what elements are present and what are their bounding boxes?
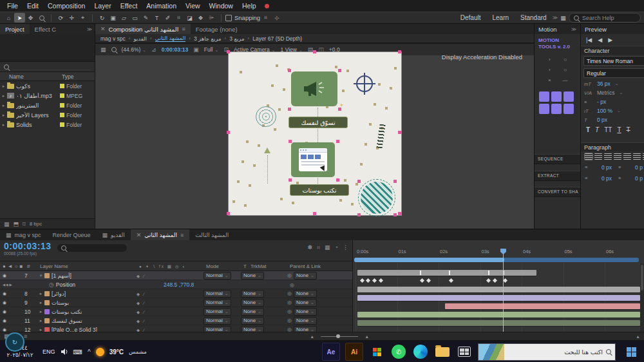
- browser-illustration[interactable]: [291, 142, 335, 177]
- parent-dropdown[interactable]: None⌄: [294, 308, 317, 316]
- zoom-in-icon[interactable]: ▲: [365, 334, 369, 339]
- pickwhip-icon[interactable]: ◎: [287, 309, 292, 314]
- workspace-grid-icon[interactable]: ▦: [558, 13, 569, 23]
- tab-scene-3[interactable]: المشهد الثالث: [189, 229, 234, 240]
- faux-italic-button[interactable]: T: [595, 126, 599, 133]
- menu-effect[interactable]: Effect: [116, 2, 142, 10]
- selection-handle[interactable]: [393, 180, 397, 183]
- twirl-icon[interactable]: ▸: [0, 93, 7, 99]
- selection-handle[interactable]: [357, 213, 361, 216]
- layer-row[interactable]: ◉ 10 ▸تكتب بوستات ◆ ∕ Normal⌄ None⌄ ◎Non…: [0, 307, 352, 316]
- align-left-button[interactable]: [585, 153, 592, 160]
- tab-footage[interactable]: Footage (none): [191, 24, 243, 34]
- weather-temperature[interactable]: 39°C: [109, 348, 124, 356]
- selection-handle[interactable]: [398, 212, 401, 215]
- selection-handle[interactable]: [398, 50, 401, 53]
- transfer-controls-icon[interactable]: ≡: [24, 333, 27, 339]
- preset-swatch[interactable]: [551, 104, 562, 114]
- hidden-icons-chevron[interactable]: ^: [88, 348, 91, 356]
- trkmat-dropdown[interactable]: None⌄: [241, 308, 264, 316]
- project-search-input[interactable]: [12, 64, 91, 70]
- clone-stamp-tool-icon[interactable]: ⌗: [173, 13, 184, 23]
- timeline-timecode[interactable]: 0:00:03:13: [4, 242, 52, 251]
- mode-dropdown[interactable]: Normal⌄: [204, 299, 231, 307]
- breadcrumb-item[interactable]: mag v spc: [100, 35, 126, 42]
- mode-dropdown[interactable]: Normal⌄: [204, 308, 231, 316]
- striped-circle-illustration[interactable]: [361, 182, 393, 214]
- twirl-icon[interactable]: ▸: [37, 318, 44, 323]
- pickwhip-icon[interactable]: ◎: [287, 318, 292, 323]
- breadcrumb-item[interactable]: الفديو: [133, 35, 146, 42]
- close-icon[interactable]: ✕: [100, 26, 106, 32]
- layer-switches[interactable]: ◆ ∕: [134, 301, 146, 305]
- app-icon-file-explorer[interactable]: [434, 343, 451, 360]
- right-indent-value[interactable]: 0 p: [635, 164, 643, 171]
- project-row[interactable]: ▸ Solids Folder: [0, 120, 95, 129]
- layer-color-chip[interactable]: [44, 291, 50, 296]
- eraser-tool-icon[interactable]: ◪: [184, 13, 195, 23]
- preset-swatch[interactable]: [564, 104, 574, 114]
- layer-color-chip[interactable]: [44, 309, 50, 314]
- posts-badge[interactable]: تكتب بوستات: [290, 184, 349, 196]
- faux-bold-button[interactable]: T: [586, 126, 590, 133]
- always-preview-icon[interactable]: ▦: [100, 46, 106, 53]
- home-icon[interactable]: ⌂: [3, 13, 14, 23]
- layer-row[interactable]: ◉ 11 ▸تسوق لنفسك ◆ ∕ Normal⌄ None⌄ ◎None…: [0, 316, 352, 325]
- column-mode[interactable]: Mode: [206, 263, 243, 269]
- pickwhip-icon[interactable]: ◎: [287, 272, 292, 278]
- tab-video[interactable]: ▦الفديو: [97, 229, 131, 240]
- mode-dropdown[interactable]: Normal⌄: [204, 272, 231, 280]
- column-name[interactable]: Name: [0, 73, 62, 80]
- spiral-illustration[interactable]: [256, 106, 276, 127]
- project-row[interactable]: ▸ كوبs Folder: [0, 81, 95, 91]
- pen-tool-icon[interactable]: ✎: [140, 13, 151, 23]
- visibility-toggle-icon[interactable]: ◉: [0, 291, 6, 296]
- breadcrumb-item-active[interactable]: المشهد الثاني: [155, 35, 186, 42]
- layer-row[interactable]: ◉ 7 ▾[أسهم 1] ◆ ∕ Normal⌄ None⌄ ◎None⌄: [0, 271, 352, 280]
- panel-extract[interactable]: EXTRACT: [535, 171, 580, 181]
- snapshot-icon[interactable]: ▣: [193, 46, 199, 53]
- stopwatch-icon[interactable]: ◷: [49, 281, 54, 288]
- camera-tool-icon[interactable]: ▣: [108, 13, 118, 23]
- selection-handle[interactable]: [289, 178, 292, 182]
- twirl-icon[interactable]: ▸: [0, 103, 7, 108]
- keyframe-navigator[interactable]: ◀◆▶: [0, 283, 27, 287]
- timeline-lanes[interactable]: 0:00s01s02s03s04s05s06s: [353, 240, 644, 332]
- app-icon-illustrator[interactable]: Ai: [345, 343, 363, 361]
- twirl-icon[interactable]: ▸: [0, 84, 7, 89]
- menu-file[interactable]: File: [3, 2, 23, 10]
- selection-handle[interactable]: [289, 140, 292, 143]
- dolly-camera-tool-icon[interactable]: ⌖: [77, 13, 88, 23]
- start-button[interactable]: [621, 341, 641, 362]
- scroll-end-icon[interactable]: ▲: [636, 334, 640, 339]
- tab-mag-v-spc[interactable]: ▦mag v spc: [0, 229, 47, 240]
- vertical-scale-value[interactable]: 100 %: [597, 108, 612, 114]
- visibility-toggle-icon[interactable]: ◉: [0, 309, 6, 314]
- snapping-checkbox[interactable]: [225, 15, 232, 21]
- column-trkmat[interactable]: TrkMat: [251, 263, 267, 269]
- column-parent-link[interactable]: Parent & Link: [290, 263, 352, 269]
- baseline-shift-value[interactable]: 0 px: [597, 117, 607, 123]
- all-caps-button[interactable]: TT: [604, 126, 612, 133]
- workspace-default[interactable]: Default: [460, 14, 481, 21]
- type-tool-icon[interactable]: T: [151, 13, 162, 23]
- snap-option-icon[interactable]: ⌗: [260, 13, 271, 23]
- align-right-button[interactable]: [604, 153, 612, 160]
- speaker-icon[interactable]: [61, 348, 68, 356]
- breadcrumb-item[interactable]: مربع 3: [229, 35, 244, 42]
- megaphone-illustration[interactable]: [291, 71, 337, 106]
- selection-handle[interactable]: [313, 50, 316, 53]
- workspace-overflow-icon[interactable]: ≫: [553, 15, 558, 21]
- selection-handle[interactable]: [288, 69, 291, 72]
- kerning-value[interactable]: Metrics: [597, 90, 614, 96]
- layer-name[interactable]: [دوائر]: [52, 291, 66, 297]
- selection-handle[interactable]: [393, 213, 397, 216]
- layer-switches[interactable]: ◆ ∕: [134, 292, 146, 296]
- circle-shape-icon[interactable]: ○: [558, 67, 573, 75]
- graph-editor-icon[interactable]: ⋮: [343, 244, 348, 251]
- zoom-level-dropdown[interactable]: (44.6%)⌄: [122, 46, 147, 53]
- tracking-value[interactable]: - px: [597, 99, 606, 105]
- close-icon[interactable]: ✕: [137, 232, 142, 238]
- selection-handle[interactable]: [338, 108, 341, 111]
- roto-brush-tool-icon[interactable]: ❖: [195, 13, 206, 23]
